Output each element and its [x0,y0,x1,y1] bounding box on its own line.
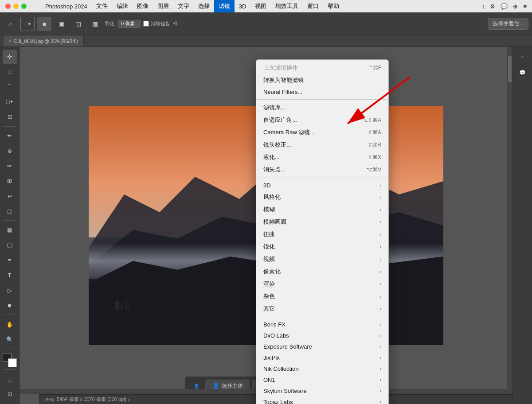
layers-panel-icon[interactable]: ≡ [516,50,530,64]
menu-item-lens-correct[interactable]: 镜头校正... ⇧⌘R [256,139,388,151]
right-panel: ≡ 💬 [512,47,532,404]
path-select[interactable]: ▷ [3,283,17,297]
menu-select[interactable]: 选择 [194,0,214,12]
menu-item-other-label: 其它 [263,305,275,313]
menu-file[interactable]: 文件 [92,0,112,12]
minimize-button[interactable] [13,4,19,9]
menu-item-stylize-label: 风格化 [263,193,281,201]
menu-item-3d[interactable]: 3D › [256,180,388,191]
menu-item-blur[interactable]: 模糊 › [256,203,388,216]
menu-item-dxo-labs[interactable]: DxO Labs › [256,330,388,341]
menu-plugins[interactable]: 增效工具 [271,0,303,12]
hand-tool[interactable]: ✋ [3,317,17,331]
tool-icon-4[interactable]: ▦ [88,17,102,31]
marquee-tool[interactable]: ⬚ [3,65,17,79]
home-button[interactable]: ⌂ [4,17,18,31]
tool-icon-3[interactable]: ◫ [71,17,85,31]
eraser-tool[interactable]: ◻ [3,204,17,218]
menu-item-smart-filter[interactable]: 转换为智能滤镜 [256,74,388,86]
menu-sep-1 [256,99,388,100]
menu-item-jixipix[interactable]: JixiPix › [256,352,388,363]
menu-item-filter-gallery[interactable]: 滤镜库... [256,101,388,114]
brush-tool[interactable]: ✏ [3,159,17,173]
tab-bar: × DJI_0610.jpg @ 25%(RGB/8) [0,35,532,47]
menu-item-last-filter[interactable]: 上次滤镜操作 ⌃⌘F [256,62,388,74]
menu-item-vanishing-point[interactable]: 消失点... ⌥⌘V [256,163,388,176]
tab-close-icon[interactable]: × [9,39,12,43]
menu-item-lens-correct-label: 镜头校正... [263,141,291,149]
menu-help[interactable]: 帮助 [323,0,344,12]
menu-item-camera-raw[interactable]: Camera Raw 滤镜... ⇧⌘A [256,126,388,139]
vertical-scrollbar[interactable] [507,47,512,394]
menu-app-name[interactable]: Photoshop 2024 [41,0,92,12]
screen-mode[interactable]: ⊡ [3,387,17,401]
menu-item-skylum[interactable]: Skylum Software › [256,385,388,396]
selection-tool[interactable]: ⬚▾ [20,17,35,31]
feather-input[interactable] [118,20,141,28]
zoom-tool[interactable]: 🔍 [3,332,17,346]
lasso-tool[interactable]: ⌒ [3,80,17,94]
dodge-tool[interactable]: ◯ [3,238,17,252]
menu-item-neural-filters[interactable]: Neural Filters... [256,86,388,97]
title-bar-icon-5[interactable]: ≡ [523,3,527,10]
gradient-tool[interactable]: ▦ [3,223,17,237]
menu-filter[interactable]: 滤镜 [214,0,235,12]
maximize-button[interactable] [21,4,27,9]
menu-item-other[interactable]: 其它 › [256,303,388,315]
menu-item-liquify[interactable]: 液化... ⇧⌘X [256,151,388,163]
eyedropper-tool[interactable]: ✒ [3,129,17,143]
title-bar-icon-4[interactable]: ⊕ [513,3,518,10]
menu-item-blur-label: 模糊 [263,206,275,214]
title-bar-icon-1[interactable]: ↑ [482,3,485,10]
menu-item-exposure-sw[interactable]: Exposure Software › [256,341,388,352]
menu-item-video[interactable]: 视频 › [256,253,388,265]
anti-alias-checkbox[interactable] [143,21,149,27]
select-mask-button[interactable]: 选择并遮住... [488,18,528,30]
menu-item-render[interactable]: 渲染 › [256,278,388,290]
document-tab[interactable]: × DJI_0610.jpg @ 25%(RGB/8) [4,35,84,47]
menu-window[interactable]: 窗口 [303,0,323,12]
menu-item-nik-label: Nik Collection [263,365,298,372]
title-bar-icon-2[interactable]: ⚙ [490,3,495,10]
menu-item-adaptive-wide-label: 自适应广角... [263,116,297,124]
adjustment-panel-icon[interactable]: 💬 [516,66,530,80]
title-bar-icon-3[interactable]: 💬 [501,3,508,10]
menu-item-adaptive-wide[interactable]: 自适应广角... ⌥⇧⌘A [256,114,388,126]
tool-icon-1[interactable]: ■ [37,17,51,31]
scroll-thumb-v[interactable] [508,56,512,82]
stamp-tool[interactable]: ⊞ [3,174,17,188]
sample-label: 样 [173,20,178,27]
menu-3d[interactable]: 3D [235,0,251,12]
menu-item-nik[interactable]: Nik Collection › [256,363,388,374]
menu-item-skylum-arrow: › [380,388,381,393]
background-color[interactable] [8,358,17,367]
menu-item-on1-label: ON1 [263,377,275,383]
menu-type[interactable]: 文字 [173,0,194,12]
color-picker[interactable] [3,353,17,367]
move-tool[interactable]: ✛ [3,50,17,64]
shape-tool[interactable]: ■ [3,298,17,312]
apple-menu[interactable] [32,0,41,12]
tool-icon-2[interactable]: ▣ [54,17,68,31]
menu-edit[interactable]: 编辑 [112,0,133,12]
menu-item-noise[interactable]: 杂色 › [256,290,388,303]
history-brush[interactable]: ↩ [3,189,17,203]
pen-tool[interactable]: ✒ [3,253,17,267]
crop-tool[interactable]: ⊡ [3,110,17,124]
menu-item-stylize[interactable]: 风格化 › [256,191,388,203]
menu-layer[interactable]: 图层 [153,0,173,12]
menu-item-pixelate[interactable]: 像素化 › [256,265,388,278]
menu-view[interactable]: 视图 [250,0,271,12]
type-tool[interactable]: T [3,268,17,282]
menu-item-topaz[interactable]: Topaz Labs › [256,396,388,404]
heal-tool[interactable]: ⊕ [3,144,17,158]
close-button[interactable] [5,4,11,9]
quick-mask[interactable]: ⬚ [3,372,17,386]
menu-image[interactable]: 图像 [133,0,153,12]
menu-item-boris-fx[interactable]: Boris FX › [256,319,388,330]
object-select-tool[interactable]: ⬚✦ [3,95,17,109]
menu-item-on1[interactable]: ON1 › [256,374,388,385]
menu-item-blur-gallery[interactable]: 模糊画廊 › [256,216,388,228]
menu-item-distort[interactable]: 扭曲 › [256,228,388,241]
menu-item-sharpen[interactable]: 锐化 › [256,241,388,253]
